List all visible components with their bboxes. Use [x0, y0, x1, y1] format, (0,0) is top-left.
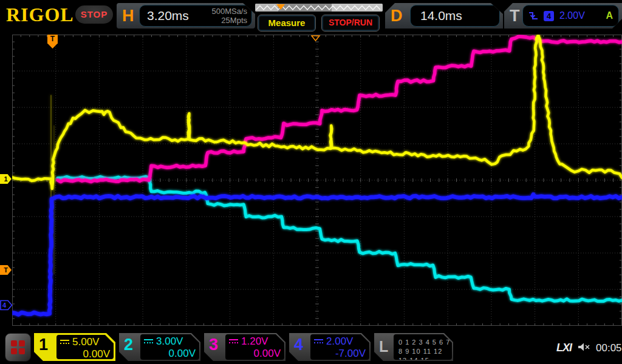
ch3-info-box: 1.20V 0.00V [225, 334, 284, 360]
la-row2: 8 9 10 11 12 13 14 15 [398, 347, 452, 364]
logic-analyzer-block[interactable]: L 0 1 2 3 4 5 6 7 8 9 10 11 12 13 14 15 [374, 333, 453, 361]
ch4-dc-coupling-icon [314, 339, 323, 343]
channel-1-block[interactable]: 1 5.00V 0.00V [34, 333, 115, 361]
ch2-number: 2 [124, 335, 133, 354]
memory-waveform-preview[interactable] [255, 4, 383, 12]
delay-label: D [391, 3, 403, 29]
svg-text:4: 4 [2, 302, 7, 309]
preview-waveform [255, 4, 383, 12]
stop-run-button[interactable]: STOP/RUN [321, 15, 380, 32]
rigol-logo: RIGOL [6, 4, 74, 26]
ch3-number: 3 [209, 335, 218, 354]
delay-box: 14.0ms [410, 5, 500, 27]
trigger-source-badge: 4 [544, 11, 554, 21]
delay-menu-block[interactable]: D 14.0ms [385, 3, 503, 29]
speaker-muted-icon [578, 342, 592, 352]
measure-button[interactable]: Measure [258, 15, 316, 32]
timebase-box: 3.20ms 500MSa/s 25Mpts [139, 5, 252, 27]
trigger-level-value: 2.00V [559, 10, 585, 21]
channel-2-block[interactable]: 2 3.00V 0.00V [119, 333, 200, 361]
ch2-scale: 3.00V [156, 335, 183, 348]
ch4-position-marker[interactable]: 4 [0, 300, 13, 311]
horizontal-menu-block[interactable]: H 3.20ms 500MSa/s 25Mpts [117, 3, 255, 29]
ch2-info-box: 3.00V 0.00V [140, 334, 199, 360]
preview-trigger-marker[interactable] [276, 4, 285, 10]
timebase-value: 3.20ms [147, 5, 189, 26]
channel-3-block[interactable]: 3 1.20V 0.00V [204, 333, 285, 361]
waveform-display [12, 35, 622, 326]
delay-value: 14.0ms [420, 5, 462, 26]
ch1-dc-coupling-icon [60, 340, 69, 344]
ch4-info-box: 2.00V -7.00V [310, 334, 369, 360]
memory-depth: 25Mpts [211, 16, 247, 25]
ch1-offset: 0.00V [60, 348, 110, 361]
falling-edge-trigger-icon [528, 10, 538, 21]
la-label: L [379, 338, 388, 356]
ch4-offset: -7.00V [314, 348, 366, 360]
trigger-mode-auto: A [606, 10, 613, 21]
menu-button[interactable] [5, 333, 31, 362]
ch4-scale: 2.00V [326, 335, 353, 348]
acquisition-info: 500MSa/s 25Mpts [211, 7, 247, 25]
horizontal-label: H [122, 3, 134, 29]
trigger-level-marker[interactable]: T [0, 265, 12, 275]
run-state-indicator: STOP [75, 5, 113, 24]
ch1-scale: 5.00V [72, 336, 99, 348]
channel-4-block[interactable]: 4 2.00V -7.00V [289, 333, 371, 361]
ch1-number: 1 [39, 335, 48, 354]
trigger-box: 4 2.00V A [522, 5, 619, 27]
ch2-offset: 0.00V [144, 348, 196, 360]
ch1-info-box: 5.00V 0.00V [56, 335, 114, 359]
menu-grid-icon [11, 340, 25, 354]
lxi-logo: LXI [556, 342, 572, 354]
ch2-dc-coupling-icon [144, 339, 153, 343]
ch3-offset: 0.00V [229, 348, 281, 360]
delay-position-marker[interactable] [311, 35, 321, 42]
ch4-number: 4 [294, 335, 303, 354]
ch3-scale: 1.20V [241, 335, 268, 348]
trigger-label: T [510, 3, 520, 29]
la-row1: 0 1 2 3 4 5 6 7 [398, 338, 452, 347]
clock: 00:05 [596, 342, 622, 354]
la-channels-box: 0 1 2 3 4 5 6 7 8 9 10 11 12 13 14 15 [394, 334, 452, 360]
ch3-dc-coupling-icon [229, 339, 238, 343]
ch1-position-marker[interactable]: 1 [0, 174, 12, 184]
sample-rate: 500MSa/s [211, 7, 247, 16]
oscilloscope-screen: RIGOL STOP H 3.20ms 500MSa/s 25Mpts Meas… [0, 0, 622, 364]
trigger-menu-block[interactable]: T 4 2.00V A [504, 3, 622, 29]
